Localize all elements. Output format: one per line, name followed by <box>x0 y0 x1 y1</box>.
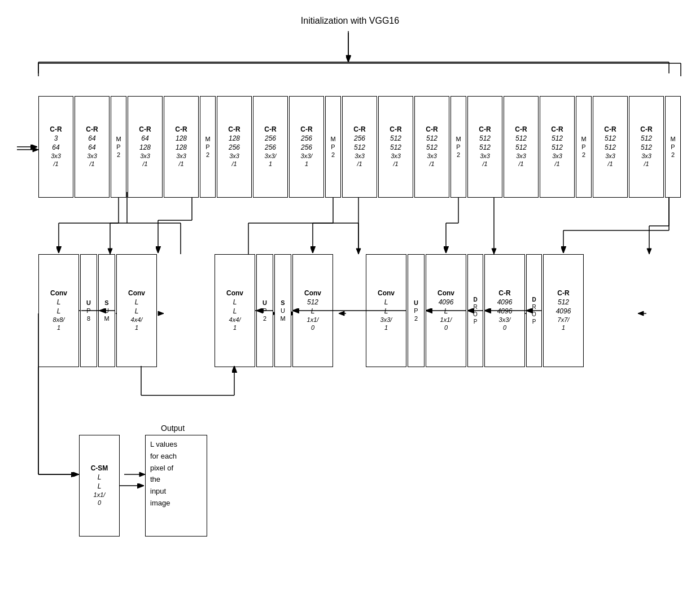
output-label: Output <box>161 424 185 433</box>
diagram: Initialization with VGG16 <box>0 0 700 593</box>
block-cr-4: C-R 128 128 3x3/1 <box>164 96 199 198</box>
block-cr-6: C-R 256 256 3x3/1 <box>253 96 288 198</box>
block-mp-1: M P 2 <box>111 96 126 198</box>
block-cr-3: C-R 64 128 3x3/1 <box>128 96 163 198</box>
block-cr-512-4096: C-R 512 4096 7x7/1 <box>543 254 584 367</box>
block-conv-l2: Conv L L 4x4/1 <box>116 254 157 367</box>
block-cr-8: C-R 256 512 3x3/1 <box>342 96 377 198</box>
block-up2-mid: U P 2 <box>256 254 273 367</box>
svg-marker-19 <box>638 311 644 316</box>
page-title: Initialization with VGG16 <box>0 16 700 26</box>
block-conv-4096: Conv 4096 L 1x1/0 <box>426 254 466 367</box>
block-up2-right: U P 2 <box>408 254 425 367</box>
svg-marker-31 <box>158 311 164 316</box>
block-mp-2: M P 2 <box>200 96 216 198</box>
block-cr-10: C-R 512 512 3x3/1 <box>414 96 449 198</box>
block-cr-4096: C-R 4096 4096 3x3/0 <box>484 254 525 367</box>
block-conv-512: Conv 512 L 1x1/0 <box>292 254 333 367</box>
svg-marker-45 <box>139 472 145 477</box>
block-cr-13: C-R 512 512 3x3/1 <box>540 96 575 198</box>
block-drop-1: D R O P <box>467 254 483 367</box>
svg-marker-49 <box>647 248 651 254</box>
block-mp-4: M P 2 <box>450 96 466 198</box>
svg-marker-25 <box>339 311 344 316</box>
block-cr-7: C-R 256 256 3x3/1 <box>289 96 324 198</box>
block-drop-2: D R O P <box>526 254 542 367</box>
block-sum-1: S U M <box>98 254 115 367</box>
block-cr-11: C-R 512 512 3x3/1 <box>467 96 502 198</box>
block-cr-1: C-R 3 64 3x3/1 <box>38 96 73 198</box>
svg-marker-4 <box>346 55 351 61</box>
block-sum-2: S U M <box>274 254 291 367</box>
block-cr-15: C-R 512 512 3x3/1 <box>629 96 664 198</box>
svg-marker-14 <box>492 248 496 254</box>
block-cr-14: C-R 512 512 3x3/1 <box>593 96 628 198</box>
block-mp-5: M P 2 <box>576 96 592 198</box>
block-cr-5: C-R 128 256 3x3/1 <box>217 96 252 198</box>
svg-marker-10 <box>108 248 112 254</box>
svg-marker-43 <box>73 472 79 477</box>
block-csm: C-SM L L 1x1/0 <box>79 435 120 537</box>
block-mp-6: M P 2 <box>665 96 681 198</box>
block-conv-l1: Conv L L 8x8/1 <box>38 254 79 367</box>
block-cr-12: C-R 512 512 3x3/1 <box>504 96 539 198</box>
block-conv-r1: Conv L L 3x3/1 <box>366 254 406 367</box>
svg-marker-6 <box>33 147 38 152</box>
block-cr-9: C-R 512 512 3x3/1 <box>378 96 413 198</box>
svg-marker-12 <box>356 248 361 254</box>
block-mp-3: M P 2 <box>325 96 341 198</box>
output-box: L valuesfor eachpixel oftheinputimage <box>145 435 207 537</box>
block-up8: U P 8 <box>80 254 97 367</box>
block-conv-m1: Conv L L 4x4/1 <box>215 254 255 367</box>
block-cr-2: C-R 64 64 3x3/1 <box>75 96 110 198</box>
